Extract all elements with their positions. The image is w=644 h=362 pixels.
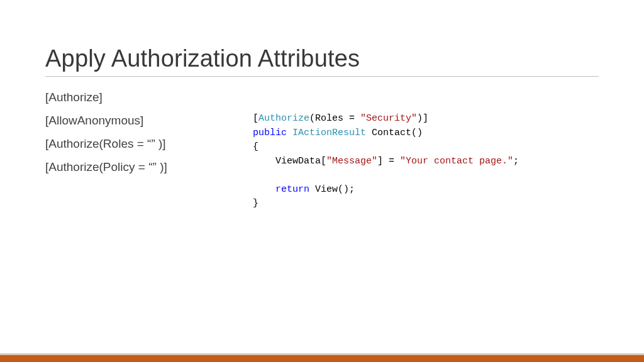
code-token: Contact() (372, 128, 423, 138)
slide-title: Apply Authorization Attributes (45, 45, 599, 72)
code-token: ) (417, 113, 423, 124)
code-token (253, 156, 275, 167)
slide: Apply Authorization Attributes [Authoriz… (0, 0, 644, 362)
code-token: (Roles = (309, 113, 360, 124)
code-token (253, 184, 275, 195)
code-token: } (253, 198, 258, 209)
code-token: ] = (377, 156, 400, 167)
slide-footer-bar (0, 353, 644, 362)
footer-accent-bottom (0, 355, 644, 362)
code-block: [Authorize(Roles = "Security")] public I… (253, 85, 599, 211)
code-token: [ (253, 113, 258, 124)
list-item: [Authorize(Policy = “” )] (45, 155, 228, 178)
title-rule (45, 76, 599, 77)
code-token: public (253, 128, 287, 138)
code-token: ViewData[ (275, 156, 326, 167)
code-token: ] (423, 113, 428, 124)
code-token: { (253, 141, 258, 152)
code-token: Authorize (258, 113, 309, 124)
code-token: "Message" (326, 156, 377, 167)
code-token: ; (513, 156, 519, 167)
list-item: [AllowAnonymous] (45, 109, 228, 132)
code-token: return (275, 184, 309, 195)
code-token: IActionResult (292, 128, 366, 138)
code-token: View(); (309, 184, 355, 195)
code-token: "Security" (360, 113, 417, 124)
code-token (366, 128, 372, 138)
code-token (287, 128, 292, 138)
attribute-list: [Authorize] [AllowAnonymous] [Authorize(… (45, 85, 228, 211)
code-token: "Your contact page." (400, 156, 513, 167)
list-item: [Authorize(Roles = “” )] (45, 132, 228, 155)
list-item: [Authorize] (45, 85, 228, 109)
slide-body: [Authorize] [AllowAnonymous] [Authorize(… (45, 85, 599, 211)
